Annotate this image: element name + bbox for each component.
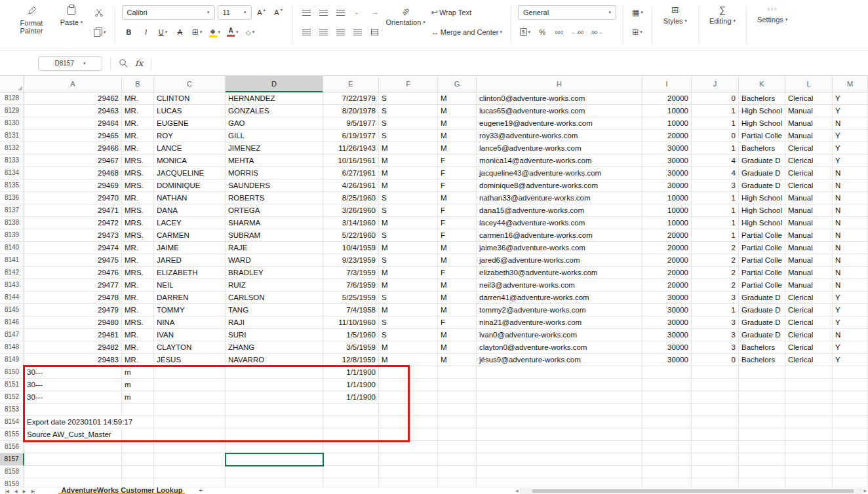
cell-A8131[interactable]: 29465 bbox=[24, 130, 122, 142]
cell-K8153[interactable] bbox=[739, 404, 785, 416]
borders-button[interactable]: ⊞▾ bbox=[190, 25, 205, 39]
cell-D8155[interactable] bbox=[226, 428, 323, 441]
cell-F8143[interactable]: M bbox=[379, 279, 438, 292]
last-sheet-button[interactable]: ▶| bbox=[31, 488, 35, 494]
cell-F8144[interactable]: S bbox=[379, 292, 438, 304]
cell-G8148[interactable]: M bbox=[438, 341, 477, 354]
cell-I8133[interactable]: 30000 bbox=[642, 155, 692, 167]
cell-J8136[interactable]: 1 bbox=[692, 192, 739, 204]
scroll-right-icon[interactable]: ▶ bbox=[863, 488, 867, 493]
cell-H8154[interactable] bbox=[477, 416, 642, 428]
cell-D8139[interactable]: SUBRAM bbox=[226, 229, 323, 242]
cell-C8153[interactable] bbox=[154, 404, 226, 416]
cell-G8154[interactable] bbox=[438, 416, 477, 428]
cell-C8149[interactable]: JÉSUS bbox=[154, 354, 226, 366]
cell-J8157[interactable] bbox=[692, 453, 739, 466]
cell-G8146[interactable]: F bbox=[438, 316, 477, 329]
cell-H8133[interactable]: monica14@adventure-works.com bbox=[477, 155, 642, 167]
paste-button[interactable]: Paste▾ bbox=[55, 5, 88, 40]
cell-A8158[interactable] bbox=[24, 466, 122, 478]
cell-E8137[interactable]: 3/26/1960 bbox=[323, 204, 379, 217]
next-sheet-button[interactable]: ▶ bbox=[23, 488, 26, 494]
cell-E8145[interactable]: 7/4/1958 bbox=[323, 304, 379, 316]
cell-G8141[interactable]: M bbox=[438, 254, 477, 267]
cell-M8146[interactable]: Y bbox=[833, 316, 868, 329]
cell-D8130[interactable]: GAO bbox=[226, 117, 323, 130]
cell-H8155[interactable] bbox=[477, 428, 642, 441]
cell-E8132[interactable]: 11/26/1943 bbox=[323, 142, 379, 155]
align-left-button[interactable] bbox=[300, 25, 314, 39]
cell-E8146[interactable]: 11/10/1960 bbox=[323, 316, 379, 329]
cell-D8148[interactable]: ZHANG bbox=[226, 341, 323, 354]
cell-M8131[interactable]: Y bbox=[833, 130, 868, 142]
cell-C8143[interactable]: NEIL bbox=[154, 279, 226, 292]
add-sheet-button[interactable]: + bbox=[199, 487, 203, 493]
cell-I8154[interactable] bbox=[642, 416, 692, 428]
cell-L8129[interactable]: Manual bbox=[785, 105, 833, 117]
cell-C8148[interactable]: CLAYTON bbox=[154, 341, 226, 354]
cell-C8133[interactable]: MONICA bbox=[154, 155, 226, 167]
settings-button[interactable]: ○○○ Settings▾ bbox=[753, 5, 791, 24]
cell-L8146[interactable]: Clerical bbox=[785, 316, 833, 329]
cell-K8141[interactable]: Partial Colle bbox=[739, 254, 785, 267]
cell-J8138[interactable]: 1 bbox=[692, 217, 739, 229]
row-header-8155[interactable]: 8155 bbox=[0, 428, 24, 441]
cell-J8146[interactable]: 3 bbox=[692, 316, 739, 329]
cell-M8147[interactable]: N bbox=[833, 329, 868, 341]
align-bottom-button[interactable] bbox=[334, 5, 348, 20]
format-as-table-button[interactable]: ⊞▾ bbox=[630, 25, 644, 39]
cell-I8145[interactable]: 30000 bbox=[642, 304, 692, 316]
cell-J8129[interactable]: 1 bbox=[692, 105, 739, 117]
cell-F8147[interactable]: S bbox=[379, 329, 438, 341]
cell-L8134[interactable]: Clerical bbox=[785, 167, 833, 180]
cell-G8128[interactable]: M bbox=[438, 92, 477, 105]
cell-F8157[interactable] bbox=[379, 453, 438, 466]
cell-A8144[interactable]: 29478 bbox=[24, 292, 122, 304]
cell-C8132[interactable]: LANCE bbox=[154, 142, 226, 155]
cell-M8135[interactable]: N bbox=[833, 180, 868, 192]
decrease-font-size-button[interactable]: A▾ bbox=[271, 5, 286, 20]
increase-font-size-button[interactable]: A▴ bbox=[254, 5, 269, 20]
cell-J8132[interactable]: 1 bbox=[692, 142, 739, 155]
cell-A8150[interactable]: 30--- bbox=[24, 366, 122, 379]
row-header-8132[interactable]: 8132 bbox=[0, 142, 24, 155]
row-header-8142[interactable]: 8142 bbox=[0, 267, 24, 279]
cell-I8149[interactable]: 30000 bbox=[642, 354, 692, 366]
cell-F8146[interactable]: S bbox=[379, 316, 438, 329]
cell-J8128[interactable]: 0 bbox=[692, 92, 739, 105]
cell-C8151[interactable] bbox=[154, 379, 226, 391]
font-name-select[interactable]: Calibri▾ bbox=[122, 5, 215, 20]
cell-D8153[interactable] bbox=[226, 404, 323, 416]
cell-M8149[interactable]: Y bbox=[833, 354, 868, 366]
cell-C8130[interactable]: EUGENE bbox=[154, 117, 226, 130]
cell-M8150[interactable] bbox=[833, 366, 868, 379]
cell-G8138[interactable]: F bbox=[438, 217, 477, 229]
cell-M8151[interactable] bbox=[833, 379, 868, 391]
cell-H8138[interactable]: lacey44@adventure-works.com bbox=[477, 217, 642, 229]
cell-C8147[interactable]: IVAN bbox=[154, 329, 226, 341]
cell-I8138[interactable]: 10000 bbox=[642, 217, 692, 229]
align-center-button[interactable] bbox=[317, 25, 331, 39]
row-header-8151[interactable]: 8151 bbox=[0, 379, 24, 391]
cell-C8134[interactable]: JACQUELINE bbox=[154, 167, 226, 180]
cell-A8132[interactable]: 29466 bbox=[24, 142, 122, 155]
increase-indent-button[interactable]: → bbox=[368, 5, 382, 20]
cell-H8128[interactable]: clinton0@adventure-works.com bbox=[477, 92, 642, 105]
select-all-corner[interactable] bbox=[0, 76, 24, 92]
align-middle-button[interactable] bbox=[317, 5, 331, 20]
row-header-8129[interactable]: 8129 bbox=[0, 105, 24, 117]
cell-L8141[interactable]: Manual bbox=[785, 254, 833, 267]
cell-J8141[interactable]: 2 bbox=[692, 254, 739, 267]
zoom-icon[interactable] bbox=[119, 58, 128, 68]
cell-K8151[interactable] bbox=[739, 379, 785, 391]
cell-A8134[interactable]: 29468 bbox=[24, 167, 122, 180]
cell-K8132[interactable]: Bachelors bbox=[739, 142, 785, 155]
cell-B8131[interactable]: MR. bbox=[122, 130, 154, 142]
cell-M8144[interactable]: Y bbox=[833, 292, 868, 304]
cell-C8144[interactable]: DARREN bbox=[154, 292, 226, 304]
cell-E8130[interactable]: 9/5/1977 bbox=[323, 117, 379, 130]
cell-C8142[interactable]: ELIZABETH bbox=[154, 267, 226, 279]
cell-B8157[interactable] bbox=[122, 453, 154, 466]
cell-G8156[interactable] bbox=[438, 441, 477, 453]
cell-J8144[interactable]: 3 bbox=[692, 292, 739, 304]
